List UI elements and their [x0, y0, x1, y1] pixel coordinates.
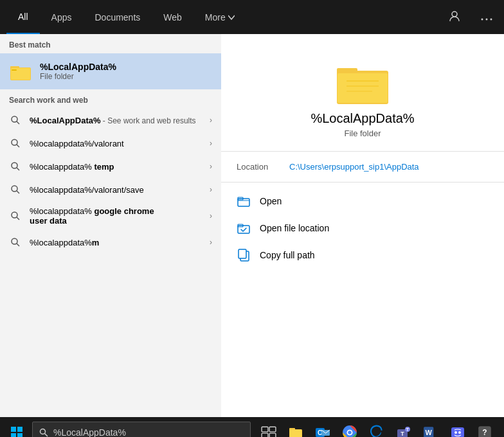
- copy-icon: [237, 248, 251, 262]
- svg-line-33: [45, 434, 48, 437]
- list-item[interactable]: %localappdata% temp ›: [0, 155, 221, 178]
- discord-button[interactable]: [445, 420, 471, 437]
- chevron-right-icon: ›: [210, 116, 212, 125]
- nav-tab-more[interactable]: More: [194, 0, 246, 34]
- open-label: Open: [260, 196, 282, 206]
- svg-rect-36: [262, 433, 268, 437]
- task-view-icon: [261, 425, 276, 437]
- nav-right-icons: [444, 8, 498, 27]
- svg-rect-54: [451, 427, 464, 437]
- result-text: %localappdata% google chromeuser data: [30, 206, 202, 226]
- svg-text:?: ?: [482, 428, 487, 437]
- svg-point-10: [12, 139, 17, 145]
- svg-point-12: [12, 163, 17, 168]
- list-item[interactable]: %LocalAppData% - See work and web result…: [0, 109, 221, 132]
- ellipsis-button[interactable]: [476, 8, 498, 27]
- copy-path-label: Copy full path: [260, 250, 315, 260]
- open-action[interactable]: Open: [221, 188, 504, 215]
- list-item[interactable]: %localappdata%m ›: [0, 231, 221, 254]
- location-label: Location: [237, 162, 282, 172]
- nav-tab-documents[interactable]: Documents: [83, 0, 152, 34]
- nav-tab-apps[interactable]: Apps: [40, 0, 84, 34]
- chrome-button[interactable]: [337, 420, 363, 437]
- svg-line-9: [17, 121, 19, 124]
- svg-line-13: [17, 168, 19, 170]
- best-match-label: Best match: [0, 34, 221, 53]
- main-area: Best match %LocalAppData% File folder Se…: [0, 34, 504, 417]
- windows-start-button[interactable]: [4, 420, 30, 437]
- nav-tab-web[interactable]: Web: [152, 0, 194, 34]
- svg-rect-37: [269, 433, 276, 437]
- chevron-right-icon: ›: [210, 238, 212, 247]
- search-icon: [9, 236, 22, 249]
- teams-icon: T T: [396, 425, 411, 437]
- taskbar-icons: O: [256, 420, 498, 437]
- svg-point-16: [12, 212, 17, 218]
- file-explorer-button[interactable]: [283, 420, 309, 437]
- svg-point-3: [491, 18, 492, 20]
- svg-point-0: [452, 12, 457, 17]
- word-icon: W: [423, 425, 438, 437]
- taskbar-search-bar[interactable]: [32, 422, 251, 437]
- search-icon: [9, 114, 22, 127]
- svg-point-47: [348, 431, 351, 434]
- result-text: %localappdata%/valorant: [30, 139, 202, 148]
- edge-button[interactable]: [364, 420, 390, 437]
- task-view-button[interactable]: [256, 420, 282, 437]
- app-icon: ?: [477, 425, 492, 437]
- chevron-right-icon: ›: [210, 185, 212, 194]
- chevron-right-icon: ›: [210, 162, 212, 171]
- svg-point-8: [12, 116, 17, 122]
- location-path-link[interactable]: C:\Users\erpsupport_sip1\AppData: [289, 162, 419, 172]
- svg-text:W: W: [426, 429, 433, 436]
- svg-rect-40: [290, 430, 302, 437]
- search-work-label: Search work and web: [0, 89, 221, 109]
- result-subtitle: File folder: [344, 129, 381, 138]
- list-item[interactable]: %localappdata% google chromeuser data ›: [0, 201, 221, 231]
- right-panel: %LocalAppData% File folder Location C:\U…: [221, 34, 504, 417]
- taskbar-search-icon: [39, 428, 48, 437]
- open-file-location-action[interactable]: Open file location: [221, 215, 504, 242]
- svg-point-1: [482, 18, 483, 20]
- top-nav: All Apps Documents Web More: [0, 0, 504, 34]
- windows-logo-icon: [11, 427, 22, 437]
- best-match-item[interactable]: %LocalAppData% File folder: [0, 53, 221, 89]
- discord-icon: [450, 425, 465, 437]
- folder-icon: [9, 60, 32, 83]
- folder-large-icon: [334, 53, 392, 111]
- divider-top: [221, 151, 504, 152]
- app-button[interactable]: ?: [472, 420, 498, 437]
- list-item[interactable]: %localappdata%/valorant/save ›: [0, 178, 221, 201]
- search-icon: [9, 160, 22, 173]
- outlook-button[interactable]: O: [310, 420, 336, 437]
- open-file-location-icon: [237, 221, 251, 235]
- svg-line-11: [17, 145, 19, 147]
- svg-point-2: [486, 18, 488, 20]
- svg-line-15: [17, 191, 19, 193]
- svg-text:T: T: [406, 427, 410, 432]
- word-button[interactable]: W: [418, 420, 444, 437]
- svg-point-56: [458, 431, 461, 434]
- copy-path-action[interactable]: Copy full path: [221, 242, 504, 269]
- svg-rect-7: [12, 69, 17, 71]
- list-item[interactable]: %localappdata%/valorant ›: [0, 132, 221, 155]
- svg-text:T: T: [401, 431, 404, 437]
- outlook-icon: O: [315, 425, 330, 437]
- taskbar-search-input[interactable]: [53, 427, 244, 437]
- chevron-right-icon: ›: [210, 139, 212, 148]
- divider-mid: [221, 182, 504, 183]
- svg-point-55: [455, 431, 457, 434]
- svg-point-14: [12, 186, 17, 192]
- user-icon: [449, 10, 460, 22]
- result-text: %LocalAppData% - See work and web result…: [30, 116, 202, 125]
- svg-rect-22: [338, 73, 388, 103]
- chevron-right-icon: ›: [210, 211, 212, 220]
- result-text: %localappdata%m: [30, 238, 202, 247]
- chrome-icon: [342, 425, 357, 437]
- nav-tab-all[interactable]: All: [6, 0, 40, 34]
- search-icon: [9, 183, 22, 196]
- result-text: %localappdata% temp: [30, 162, 202, 172]
- location-row: Location C:\Users\erpsupport_sip1\AppDat…: [221, 162, 504, 182]
- teams-button[interactable]: T T: [391, 420, 417, 437]
- user-icon-button[interactable]: [444, 8, 465, 27]
